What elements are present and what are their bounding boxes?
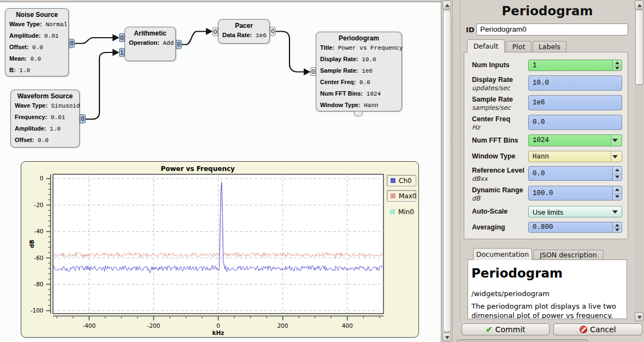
input-port[interactable]: 1 [119, 48, 125, 57]
block-title: Arithmetic [125, 27, 175, 37]
tab-labels[interactable]: Labels [533, 41, 566, 52]
combo-dropdown-button[interactable] [611, 151, 622, 162]
field-value: 1024 [533, 137, 549, 144]
field-label: Num Inputs [472, 61, 510, 69]
block-property: Offset: 0.0 [5, 42, 68, 53]
spin-up-button[interactable] [613, 222, 622, 227]
block-waveform[interactable]: Waveform SourceWave Type: SinusoidFreque… [10, 90, 80, 148]
spin-up-button[interactable] [613, 60, 622, 66]
svg-text:-400: -400 [82, 322, 96, 329]
input-port[interactable]: 0 [119, 33, 125, 42]
legend-swatch [390, 209, 395, 214]
cancel-label: Cancel [590, 325, 616, 334]
periodogram-plot: Power vs Frequency 0-20-40-60-80-100-400… [21, 161, 419, 338]
scroll-down-button[interactable] [442, 333, 451, 341]
signal-port[interactable] [354, 111, 363, 116]
spin-buttons[interactable] [612, 186, 622, 200]
arrow-down-icon [445, 336, 450, 339]
scroll-up-button[interactable] [442, 1, 451, 9]
field-averaging[interactable]: 0.800 [528, 222, 622, 233]
field-label: Num FFT Bins [472, 137, 518, 144]
id-input[interactable]: Periodogram0 [476, 23, 628, 36]
combo-dropdown-button[interactable] [611, 135, 622, 146]
arrow-up-icon [615, 169, 619, 172]
field-reference-level[interactable]: 0.0 [528, 166, 622, 181]
block-arithmetic[interactable]: ArithmeticOperation: Add [125, 27, 176, 61]
field-center-freq[interactable]: 0.0 [528, 115, 622, 130]
field-dynamic-range[interactable]: 100.0 [528, 186, 622, 201]
spin-down-button[interactable] [613, 227, 622, 232]
arrow-down-icon [612, 210, 618, 214]
id-label: ID [466, 26, 475, 34]
doc-heading: Periodogram [471, 266, 563, 280]
documentation-pane[interactable]: Periodogram /widgets/periodogram The per… [468, 260, 627, 319]
field-window-type[interactable]: Hann [528, 151, 622, 162]
block-pacer[interactable]: PacerData Rate: 1e6 [218, 19, 270, 44]
legend-item-max0[interactable]: Max0 [387, 190, 416, 202]
field-sample-rate[interactable]: 1e6 [528, 95, 622, 110]
field-num-inputs[interactable]: 1 [528, 60, 622, 71]
scrollbar-thumb[interactable] [635, 10, 643, 85]
field-label: Display Rate [472, 76, 513, 84]
tab-plot[interactable]: Plot [506, 41, 531, 52]
block-periodogram[interactable]: PeriodogramTitle: Power vs FrequencyDisp… [316, 32, 402, 111]
field-value: 1 [533, 62, 537, 69]
field-unit: dBxx [472, 175, 488, 182]
panel-frame-line [460, 0, 460, 322]
block-property: Frequency: 0.01 [11, 111, 79, 123]
spin-buttons[interactable] [612, 167, 622, 180]
doc-tab-json-description[interactable]: JSON description [533, 250, 604, 260]
tab-default[interactable]: Default [467, 39, 505, 52]
output-port[interactable]: 0 [80, 114, 86, 123]
legend-item-ch0[interactable]: Ch0 [387, 175, 416, 186]
spin-buttons[interactable] [612, 60, 622, 70]
spin-buttons[interactable] [612, 222, 622, 232]
field-value: Hann [533, 153, 549, 161]
doc-tab-documentation[interactable]: Documentation [473, 248, 532, 260]
field-num-fft-bins[interactable]: 1024 [528, 134, 622, 146]
field-label: Reference Level [472, 167, 524, 174]
output-port[interactable]: 0 [270, 27, 276, 36]
scroll-up-button[interactable] [635, 1, 643, 9]
svg-text:400: 400 [342, 322, 353, 329]
panel-splitter[interactable] [452, 0, 460, 342]
field-value: 0.0 [533, 119, 545, 126]
block-property: Num FFT Bins: 1024 [316, 88, 401, 99]
svg-text:-20: -20 [34, 202, 43, 208]
block-property: Mean: 0.0 [5, 53, 68, 64]
spin-up-button[interactable] [613, 167, 622, 174]
svg-text:-60: -60 [34, 255, 43, 261]
block-property: Wave Type: Sinusoid [11, 100, 79, 111]
spin-up-button[interactable] [613, 186, 622, 193]
arrow-down-icon [612, 139, 618, 142]
output-port[interactable]: 0 [176, 40, 182, 49]
field-label: Window Type [472, 152, 516, 160]
spin-down-button[interactable] [613, 193, 622, 201]
field-label: Center Freq [472, 115, 510, 123]
spin-down-button[interactable] [613, 66, 622, 71]
input-port[interactable]: 0 [212, 27, 218, 36]
panel-vertical-scrollbar[interactable] [635, 0, 643, 322]
block-property: Amplitude: 0.01 [5, 30, 68, 42]
block-property: Display Rate: 10.0 [316, 54, 401, 65]
spin-down-button[interactable] [613, 174, 622, 181]
block-noise[interactable]: Noise SourceWave Type: NormalAmplitude: … [5, 8, 69, 76]
input-port[interactable]: 0 [310, 67, 316, 76]
field-auto-scale[interactable]: Use limits [528, 206, 622, 217]
scrollbar-thumb[interactable] [443, 10, 451, 332]
field-display-rate[interactable]: 10.0 [528, 75, 622, 91]
legend-label: Ch0 [399, 177, 412, 185]
legend-item-min0[interactable]: Min0 [387, 206, 414, 217]
arrow-up-icon [615, 223, 619, 226]
output-port[interactable]: 0 [69, 39, 75, 48]
cancel-button[interactable]: Cancel [553, 323, 642, 335]
panel-title: Periodogram [460, 4, 634, 18]
field-label: Averaging [472, 223, 505, 231]
doc-body: The periodogram plot displays a live two… [471, 302, 623, 319]
canvas-vertical-scrollbar[interactable] [442, 0, 451, 342]
commit-button[interactable]: ✔ Commit [462, 323, 550, 335]
scroll-down-button[interactable] [635, 312, 643, 321]
commit-label: Commit [495, 325, 525, 334]
arrow-up-icon [637, 4, 642, 7]
block-property: Sample Rate: 1e6 [316, 65, 401, 76]
